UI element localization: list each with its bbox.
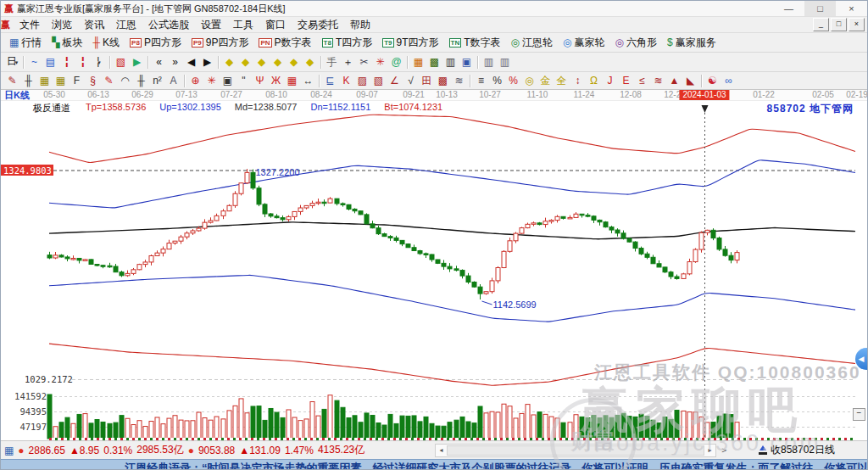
gold-full-icon[interactable]: 全 xyxy=(554,73,570,88)
angle-mark-icon[interactable]: ʺ xyxy=(236,73,252,88)
ruler-icon[interactable]: ╫ xyxy=(133,73,149,88)
gann-fan-2-icon[interactable]: Ж xyxy=(268,73,284,88)
hexagon-button[interactable]: ◎六角形 xyxy=(610,36,662,50)
small-bars-1-icon[interactable]: ╏ xyxy=(58,54,75,70)
waves-icon[interactable]: ≋ xyxy=(451,73,467,88)
hatch-icon[interactable]: ╫ xyxy=(20,73,36,88)
grid-red-icon[interactable]: ▦ xyxy=(284,73,300,88)
first-page-icon[interactable]: « xyxy=(151,54,167,70)
multi-window-icon[interactable]: ▧ xyxy=(113,54,129,70)
n-square-icon[interactable]: n² xyxy=(149,73,165,88)
percent-1-icon[interactable]: % xyxy=(489,73,505,88)
calendar-icon[interactable]: ▦ xyxy=(410,54,426,70)
target-icon[interactable]: ⊕ xyxy=(187,73,203,88)
small-bars-2-icon[interactable]: ╏ xyxy=(75,54,91,70)
gann-fan-1-icon[interactable]: Ψ xyxy=(252,73,268,88)
gann-grid-1-icon[interactable]: ▦ xyxy=(36,73,53,88)
mark-icon[interactable]: ✳ xyxy=(372,54,388,70)
updown-icon[interactable]: ↕ xyxy=(570,73,586,88)
calculator-icon[interactable]: ▩ xyxy=(426,54,442,70)
scroll-left-icon[interactable]: ◂ xyxy=(436,445,447,456)
yinyang-icon[interactable]: ☯ xyxy=(704,73,721,88)
scroll-more-icon[interactable]: ＞ xyxy=(720,444,729,456)
gann-diamond-6-icon[interactable]: ◆ xyxy=(302,54,318,70)
percent-red-icon[interactable]: % xyxy=(505,73,521,88)
menu-help[interactable]: 帮助 xyxy=(344,17,376,32)
menu-browse[interactable]: 浏览 xyxy=(46,17,78,32)
flag-icon[interactable]: ▶ xyxy=(129,54,145,70)
kline-chart[interactable]: 14159294395471971029.21721324.98031327.2… xyxy=(1,101,868,440)
angle-line-icon[interactable]: ∠ xyxy=(387,73,403,88)
9t-square-button[interactable]: T99T四方形 xyxy=(377,36,443,50)
e-tool-icon[interactable]: E xyxy=(618,73,634,88)
market-grid-icon[interactable]: ▦ xyxy=(4,445,14,456)
next-icon[interactable]: ▶ xyxy=(199,54,215,70)
gann-wheel-button[interactable]: ◎江恩轮 xyxy=(506,36,558,50)
close-button[interactable]: × xyxy=(836,1,867,16)
mdi-close-button[interactable]: × xyxy=(849,18,865,31)
menu-window[interactable]: 窗口 xyxy=(259,17,292,32)
menu-news[interactable]: 资讯 xyxy=(78,17,110,32)
label-f-icon[interactable]: F xyxy=(69,73,85,88)
pen-icon[interactable]: ✎ xyxy=(4,73,20,88)
compass-icon[interactable]: A xyxy=(165,73,181,88)
menu-settings[interactable]: 设置 xyxy=(195,17,227,32)
p-number-table-button[interactable]: PNP数字表 xyxy=(253,36,316,50)
box-icon[interactable]: ▣ xyxy=(220,73,236,88)
cut-icon[interactable]: ✂ xyxy=(356,54,372,70)
quote-board-icon[interactable]: ▤ xyxy=(42,54,58,70)
scroll-right-icon[interactable]: ▸ xyxy=(704,445,715,456)
gann-diamond-4-icon[interactable]: ◆ xyxy=(270,54,286,70)
ratio-lines-icon[interactable]: ≡ xyxy=(473,73,489,88)
omega-icon[interactable]: Ω xyxy=(586,73,602,88)
scrollbar-thumb[interactable] xyxy=(447,445,704,456)
mdi-restore-button[interactable]: □ xyxy=(831,18,847,31)
gann-grid-2-icon[interactable]: ▦ xyxy=(53,73,69,88)
gold-section-icon[interactable]: 金 xyxy=(537,73,554,88)
delivery-2-icon[interactable]: ▥ xyxy=(497,54,513,70)
gann-diamond-2-icon[interactable]: ◆ xyxy=(237,54,253,70)
t-square-button[interactable]: T8T四方形 xyxy=(317,36,378,50)
period-status[interactable]: 收858702日线 xyxy=(759,443,835,457)
chart-area[interactable]: 14159294395471971029.21721324.98031327.2… xyxy=(1,101,867,440)
menu-tools[interactable]: 工具 xyxy=(227,17,259,32)
gann-diamond-1-icon[interactable]: ◆ xyxy=(221,54,237,70)
menu-trade-order[interactable]: 交易委托 xyxy=(292,17,344,32)
infinity-icon[interactable]: ∞ xyxy=(721,73,737,88)
rays-icon[interactable]: K xyxy=(338,73,354,88)
wave-red-icon[interactable]: ≋ xyxy=(650,73,666,88)
mdi-minimize-button[interactable]: _ xyxy=(813,18,829,31)
gann-diamond-3-icon[interactable]: ◆ xyxy=(253,54,270,70)
winner-service-button[interactable]: $赢家服务 xyxy=(662,36,721,50)
tri-up-icon[interactable]: ▲ xyxy=(666,73,682,88)
crosshair-icon[interactable]: ＋ xyxy=(340,54,356,70)
p-square-button[interactable]: P8P四方形 xyxy=(125,36,186,50)
t-number-table-button[interactable]: TNT数字表 xyxy=(444,36,506,50)
period-day-icon[interactable]: 日▾ xyxy=(4,53,20,70)
winner-wheel-button[interactable]: ◎赢家轮 xyxy=(558,36,609,50)
menu-formula-stock-pick[interactable]: 公式选股 xyxy=(142,17,195,32)
quotes-button[interactable]: ▦行情 xyxy=(4,36,47,50)
frame-tool-icon[interactable]: ⊑ xyxy=(322,73,338,88)
sz-index-value[interactable]: 9053.88 xyxy=(198,445,235,456)
prev-icon[interactable]: ◀ xyxy=(183,54,199,70)
minimize-button[interactable]: — xyxy=(773,1,804,16)
9p-square-button[interactable]: P99P四方形 xyxy=(186,36,253,50)
save-icon[interactable]: ▣ xyxy=(459,54,475,70)
trend-line-chart-icon[interactable]: ~ xyxy=(26,54,42,70)
menu-file[interactable]: 文件 xyxy=(14,17,46,32)
check-line-icon[interactable]: √ xyxy=(403,73,419,88)
volume-minimize-button[interactable]: − xyxy=(853,408,865,421)
spiral-icon[interactable]: @ xyxy=(388,54,404,70)
gold-ring-icon[interactable]: ◎ xyxy=(521,73,537,88)
red-pen-icon[interactable]: ✎ xyxy=(101,73,117,88)
hand-tool-icon[interactable]: 手 xyxy=(324,54,340,70)
sh-index-value[interactable]: 2886.65 xyxy=(29,445,65,456)
box-shade-1-icon[interactable]: ▨ xyxy=(354,73,370,88)
delivery-1-icon[interactable]: ▥ xyxy=(481,54,497,70)
sectors-button[interactable]: ▚板块 xyxy=(47,36,87,50)
last-page-icon[interactable]: » xyxy=(167,54,183,70)
gann-diamond-5-icon[interactable]: ◆ xyxy=(286,54,302,70)
kline-button[interactable]: ╫K线 xyxy=(88,36,125,50)
restore-button[interactable]: □ xyxy=(804,1,836,16)
